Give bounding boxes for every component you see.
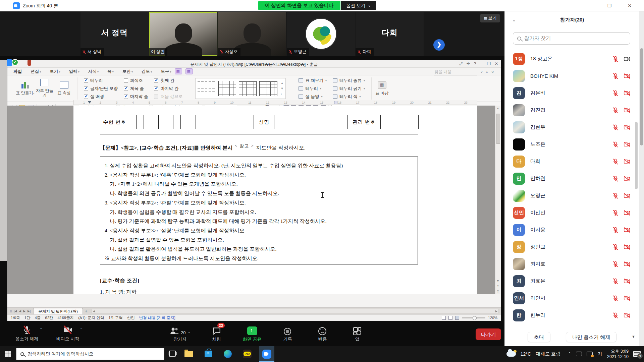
video-tile[interactable]: 이 상민 bbox=[149, 12, 217, 56]
scroll-up-icon[interactable]: ▲ bbox=[495, 106, 500, 111]
leave-button[interactable]: 나가기 bbox=[476, 328, 501, 340]
exam-number-cell[interactable] bbox=[181, 115, 188, 129]
minimize-button[interactable]: ─ bbox=[585, 2, 592, 9]
participant-row[interactable]: 오영근 bbox=[505, 187, 639, 204]
prev-tab-icon[interactable]: ◀ bbox=[19, 309, 21, 313]
exam-number-cell[interactable] bbox=[173, 115, 181, 129]
hwp-close-button[interactable]: ✕ bbox=[495, 61, 498, 66]
ribbon-checkbox[interactable]: 회색조 bbox=[124, 78, 148, 83]
maximize-button[interactable]: ❐ bbox=[606, 2, 613, 9]
ribbon-tool-button[interactable]: 테두리 굵기▾ bbox=[333, 86, 365, 92]
table-style-preview[interactable] bbox=[218, 81, 236, 96]
participants-options-icon[interactable]: ⌃ bbox=[187, 331, 190, 335]
participant-row[interactable]: 1정 18 정고은 bbox=[505, 50, 639, 67]
ribbon-tool-button[interactable]: 테두리 색▾ bbox=[333, 94, 365, 100]
table-tool-toggle-icon[interactable] bbox=[175, 68, 182, 74]
table-style-preview[interactable] bbox=[239, 81, 257, 96]
invite-button[interactable]: 초대 bbox=[528, 332, 550, 342]
participant-row[interactable]: 인서 하인서 bbox=[505, 290, 639, 307]
chat-button[interactable]: 23 채팅 bbox=[208, 325, 225, 342]
table-style-preview[interactable] bbox=[198, 81, 215, 96]
zoom-slider[interactable] bbox=[462, 317, 485, 318]
unmute-me-button[interactable]: 나만 음소거 해제 bbox=[566, 332, 616, 342]
menu-item[interactable]: 쪽 bbox=[107, 69, 114, 74]
participant-row[interactable]: 선민 이선민 bbox=[505, 204, 639, 221]
menu-item[interactable]: 입력 bbox=[69, 69, 79, 74]
ribbon-checkbox[interactable]: 첫째 칸 bbox=[154, 78, 182, 83]
participant-row[interactable]: 민 민하현 bbox=[505, 170, 639, 187]
exam-number-cell[interactable] bbox=[151, 115, 159, 129]
fullscreen-icon[interactable]: ⤢ bbox=[459, 61, 463, 66]
edge-browser-icon[interactable] bbox=[220, 346, 235, 362]
ribbon-checkbox[interactable]: 테두리 bbox=[84, 78, 118, 83]
video-tile[interactable]: 차정호 bbox=[218, 12, 286, 56]
doc-icon[interactable]: ▯ bbox=[10, 309, 12, 313]
participant-row[interactable]: 최 최효은 bbox=[505, 273, 639, 290]
ribbon-tool-button[interactable]: 셀 음영▾ bbox=[299, 94, 327, 100]
close-button[interactable]: ✕ bbox=[626, 2, 633, 9]
document-tab[interactable]: 문제지 및 답안지(내꺼) bbox=[33, 308, 83, 314]
scroll-down-icon[interactable]: ▼ bbox=[495, 278, 500, 284]
menu-item[interactable]: 보안 bbox=[122, 69, 133, 74]
participant-row[interactable]: 김현우 bbox=[505, 119, 639, 136]
exam-number-cell[interactable] bbox=[137, 115, 144, 129]
gallery-down-icon[interactable]: ▼ bbox=[281, 87, 284, 90]
ime-indicator[interactable]: 가 bbox=[597, 351, 602, 357]
ribbon-big-button[interactable]: 표 속성 bbox=[54, 81, 74, 96]
participant-row[interactable]: 이 이지웅 bbox=[505, 221, 639, 238]
menu-item[interactable]: 검토 bbox=[142, 69, 152, 74]
table-style-preview[interactable] bbox=[259, 81, 277, 96]
panel-scrollbar-thumb[interactable] bbox=[635, 122, 638, 189]
exam-number-cell[interactable] bbox=[144, 115, 151, 129]
ribbon-big-button[interactable]: 차트 만들기 bbox=[35, 79, 54, 98]
prev-page-icon[interactable]: ↥ bbox=[495, 284, 500, 289]
zoom-taskbar-icon[interactable] bbox=[259, 346, 274, 362]
last-tab-icon[interactable]: ▶| bbox=[28, 309, 31, 313]
ribbon-tool-button[interactable]: 테두리 종류▾ bbox=[333, 78, 365, 83]
menu-item[interactable]: 서식 bbox=[88, 69, 99, 74]
hwp-horizontal-scrollbar[interactable]: ◀ ▶ bbox=[92, 309, 499, 313]
participant-row[interactable]: BOHYE KIM bbox=[505, 67, 639, 84]
next-page-arrow-button[interactable]: ❯ bbox=[433, 39, 445, 51]
document-page[interactable]: 수험 번호 성명 관리 번호 【문제】<참고>, [교수·학습 조건], [자료… bbox=[73, 106, 477, 294]
spread-view-icon[interactable] bbox=[448, 316, 452, 320]
ribbon-checkbox[interactable]: 글자/문단 모양 bbox=[84, 86, 118, 92]
ribbon-checkbox[interactable]: 제목 줄 bbox=[124, 86, 148, 92]
record-button[interactable]: 기록 bbox=[279, 325, 296, 342]
menu-item[interactable]: 편집 bbox=[31, 69, 41, 74]
participant-row[interactable]: 한 한누리 bbox=[505, 307, 639, 324]
page-view-icon[interactable] bbox=[442, 316, 446, 320]
help-icon[interactable]: ? bbox=[474, 61, 476, 66]
ribbon-checkbox[interactable]: 셀 배경 bbox=[84, 94, 118, 100]
task-view-icon[interactable] bbox=[169, 351, 176, 357]
indent-marker[interactable] bbox=[88, 101, 91, 105]
participant-row[interactable]: 장 장민교 bbox=[505, 238, 639, 255]
screen-scrollbar-thumb[interactable] bbox=[640, 48, 643, 145]
unmute-button[interactable]: 음소거 해제 bbox=[9, 325, 44, 342]
exam-number-cell[interactable] bbox=[159, 115, 166, 129]
move-icon[interactable]: ✛ bbox=[467, 61, 470, 66]
view-layout-button[interactable]: 보기 bbox=[480, 14, 500, 22]
scrollbar-thumb[interactable] bbox=[496, 114, 500, 144]
find-input[interactable]: 찾을 내용 bbox=[434, 69, 477, 75]
participants-button[interactable]: 20 ⌃ 참가자 bbox=[169, 325, 191, 342]
next-page-icon[interactable]: ↧ bbox=[495, 289, 500, 294]
hwp-vertical-scrollbar[interactable]: ▲ ▼ ↥ ↧ bbox=[495, 106, 500, 294]
first-tab-icon[interactable]: |◀ bbox=[14, 309, 17, 313]
table-style-gallery[interactable]: ▲ ▼ ↓ bbox=[195, 78, 286, 99]
start-button[interactable] bbox=[0, 346, 16, 362]
ribbon-checkbox[interactable]: 마지막 칸 bbox=[154, 86, 182, 92]
exam-number-cell[interactable] bbox=[166, 115, 173, 129]
tab-marker[interactable] bbox=[334, 101, 337, 104]
file-explorer-icon[interactable] bbox=[181, 346, 197, 362]
table-layout-toggle-icon[interactable] bbox=[185, 68, 193, 74]
exam-number-table[interactable]: 수험 번호 bbox=[100, 115, 196, 129]
new-tab-button[interactable]: + bbox=[83, 309, 90, 314]
notification-center-icon[interactable]: 9 bbox=[633, 351, 641, 357]
hwp-restore-button[interactable]: ❐ bbox=[487, 61, 491, 66]
kakaotalk-icon[interactable] bbox=[239, 346, 255, 362]
horizontal-ruler[interactable]: 1234567891011121314151617181920212223 bbox=[73, 100, 477, 105]
video-options-icon[interactable]: ⌃ bbox=[80, 327, 83, 331]
ribbon-tool-button[interactable]: 테두리▾ bbox=[299, 86, 327, 92]
weather-temp[interactable]: 12°C bbox=[521, 351, 531, 357]
